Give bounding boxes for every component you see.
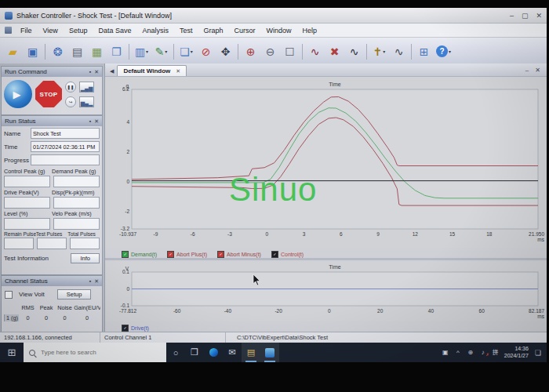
field-control-peak-value[interactable] xyxy=(4,176,50,187)
field-remain-pulses-value[interactable] xyxy=(4,238,34,249)
window-layout-button[interactable]: ❏▾ xyxy=(176,41,196,62)
print-button[interactable]: ▤ xyxy=(67,41,87,62)
open-button[interactable]: ▰ xyxy=(3,41,23,62)
task-view-icon[interactable]: ❒ xyxy=(185,343,204,362)
field-demand-peak-value[interactable] xyxy=(53,176,100,187)
menu-item-setup[interactable]: Setup xyxy=(64,25,93,36)
search-input[interactable] xyxy=(39,348,160,357)
menu-item-test[interactable]: Test xyxy=(174,25,198,36)
stop-display-button[interactable]: ⊘ xyxy=(196,41,216,62)
level-down-button[interactable]: ▆▄▂ xyxy=(79,96,94,107)
channel-setup-button[interactable]: Setup xyxy=(57,289,92,299)
resume-button[interactable]: ↪ xyxy=(65,96,76,107)
child-close-icon[interactable]: ✕ xyxy=(535,67,540,74)
field-total-pulses-value[interactable] xyxy=(70,238,100,249)
pin-icon[interactable]: ▪ xyxy=(89,69,91,75)
tab-close-icon[interactable]: ✕ xyxy=(176,68,180,74)
dropdown-arrow-icon[interactable]: ▾ xyxy=(449,49,451,54)
start-button[interactable]: ⊞ xyxy=(0,347,24,358)
windows-display-button[interactable]: ⊞ xyxy=(414,41,434,62)
field-disp-pkpk-value[interactable] xyxy=(53,197,100,209)
report-button[interactable]: ▥▾ xyxy=(132,41,151,62)
field-drive-peak-value[interactable] xyxy=(4,197,50,209)
network-icon[interactable]: ⊕ xyxy=(467,349,474,356)
field-velo-peak-value[interactable] xyxy=(53,218,100,230)
stop-button[interactable]: STOP xyxy=(35,81,62,107)
menu-item-data-save[interactable]: Data Save xyxy=(93,25,136,36)
minimize-button[interactable]: – xyxy=(510,12,514,20)
dropdown-arrow-icon[interactable]: ▾ xyxy=(165,49,167,54)
tab-default-window[interactable]: Default Window ✕ xyxy=(117,65,187,76)
clear-traces-button[interactable]: ✖ xyxy=(325,41,344,62)
maximize-button[interactable]: ▢ xyxy=(522,12,529,20)
taskbar-search[interactable] xyxy=(24,343,166,362)
field-group: Control Peak (g)Demand Peak (g) xyxy=(2,166,102,187)
menu-item-analysis[interactable]: Analysis xyxy=(136,25,174,36)
pause-button[interactable]: ❚❚ xyxy=(65,82,76,93)
field-test-pulses-value[interactable] xyxy=(37,238,67,249)
zoom-in-button[interactable]: ⊕ xyxy=(241,41,260,62)
connect-button[interactable]: ❂ xyxy=(48,41,67,62)
tray-app-icon[interactable]: ▣ xyxy=(442,349,449,356)
tab-bar: ◀ Default Window ✕ – ✕ xyxy=(105,64,547,77)
dropdown-arrow-icon[interactable]: ▾ xyxy=(191,49,193,54)
pan-button[interactable]: ✥ xyxy=(216,41,235,62)
ime-indicator[interactable]: 拼 xyxy=(492,348,500,357)
dropdown-arrow-icon[interactable]: ▾ xyxy=(146,49,148,54)
pin-icon[interactable]: ▪ xyxy=(89,278,91,285)
close-icon[interactable]: ✕ xyxy=(94,278,99,285)
channel-row-label-box[interactable]: 1 (g) xyxy=(4,314,19,321)
menu-item-help[interactable]: Help xyxy=(297,25,323,36)
level-up-button[interactable]: ▂▄▆ xyxy=(79,82,94,93)
file-explorer-icon[interactable]: ▤ xyxy=(242,343,260,362)
legend-checkbox[interactable]: ✓ xyxy=(271,251,278,258)
presentation-button[interactable]: ❐ xyxy=(107,41,126,62)
field-progress-value[interactable] xyxy=(31,154,100,165)
taskbar-clock[interactable]: 14:36 2024/1/27 xyxy=(504,346,529,359)
mail-icon[interactable]: ✉ xyxy=(223,343,242,362)
help-button[interactable]: ?▾ xyxy=(434,41,453,62)
field-level-value[interactable] xyxy=(4,218,50,230)
dropdown-arrow-icon[interactable]: ▾ xyxy=(383,49,385,54)
view-volt-checkbox[interactable] xyxy=(5,291,13,299)
level-up-icon: ▂▄▆ xyxy=(81,86,93,91)
volume-muted-icon[interactable]: ♪✗ xyxy=(479,349,487,356)
close-icon[interactable]: ✕ xyxy=(94,118,99,125)
field-name-value[interactable]: Shock Test xyxy=(31,128,100,139)
zoom-fit-button[interactable]: ☐ xyxy=(280,41,300,62)
cursor-tool-button[interactable]: ✝▾ xyxy=(369,41,389,62)
tab-scroll-left-icon[interactable]: ◀ xyxy=(107,68,117,76)
save-button[interactable]: ▣ xyxy=(23,41,42,62)
chart-splitter[interactable] xyxy=(105,258,547,260)
overlay-traces-button[interactable]: ∿ xyxy=(344,41,364,62)
legend-checkbox[interactable]: ✓ xyxy=(122,325,129,332)
menu-item-cursor[interactable]: Cursor xyxy=(228,25,260,36)
export-image-button[interactable]: ▦ xyxy=(87,41,107,62)
menu-item-file[interactable]: File xyxy=(15,25,38,36)
edge-icon[interactable] xyxy=(204,343,223,362)
trace-button[interactable]: ∿ xyxy=(389,41,409,62)
child-minimize-icon[interactable]: – xyxy=(525,67,529,74)
menu-item-window[interactable]: Window xyxy=(261,25,297,36)
tray-expand-icon[interactable]: ^ xyxy=(454,349,462,356)
notification-center-icon[interactable]: ❏ xyxy=(533,349,543,357)
menu-item-graph[interactable]: Graph xyxy=(198,25,228,36)
edit-test-button[interactable]: ✎▾ xyxy=(151,41,171,62)
menu-item-view[interactable]: View xyxy=(38,25,64,36)
pin-icon[interactable]: ▪ xyxy=(89,118,91,125)
waveform-button[interactable]: ∿ xyxy=(305,41,325,62)
play-button[interactable]: ▶ xyxy=(4,80,32,108)
close-button[interactable]: ✕ xyxy=(536,12,542,20)
legend-checkbox[interactable]: ✓ xyxy=(122,251,129,258)
x-tick-label: -9 xyxy=(154,231,158,237)
channel-value: 0 xyxy=(74,314,100,321)
cortana-icon[interactable]: ○ xyxy=(166,343,185,362)
close-icon[interactable]: ✕ xyxy=(94,69,99,75)
shaker-app-icon[interactable] xyxy=(260,343,279,362)
info-button[interactable]: Info xyxy=(71,253,100,263)
legend-checkbox[interactable]: ✓ xyxy=(217,251,224,258)
legend-checkbox[interactable]: ✓ xyxy=(167,251,174,258)
field-time-value[interactable]: 01/27/2024 02:36:11 PM xyxy=(31,141,100,152)
zoom-out-button[interactable]: ⊖ xyxy=(260,41,280,62)
cortana-icon-glyph: ○ xyxy=(173,348,179,358)
